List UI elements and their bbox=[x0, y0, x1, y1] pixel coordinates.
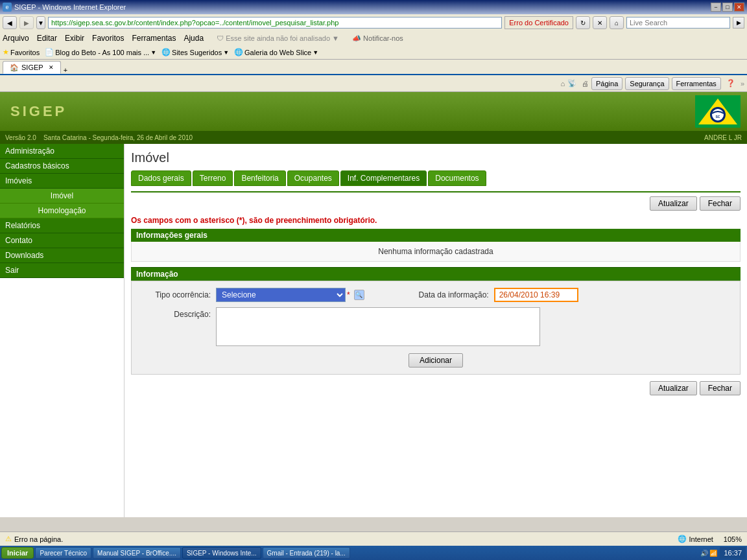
fav-sites[interactable]: 🌐 Sites Sugeridos ▼ bbox=[161, 48, 229, 56]
sidebar: Administração Cadastros básicos Imóveis … bbox=[0, 144, 124, 517]
tools-button[interactable]: Ferramentas bbox=[672, 77, 721, 90]
zone-info: 🌐 Internet bbox=[678, 535, 713, 543]
title-bar-text: SIGEP - Windows Internet Explorer bbox=[14, 3, 126, 11]
form-area: Tipo ocorrência: Selecione * 🔍 Data da i… bbox=[131, 281, 741, 375]
refresh-button[interactable]: ↻ bbox=[576, 16, 590, 29]
minimize-button[interactable]: − bbox=[711, 3, 721, 12]
data-input[interactable] bbox=[494, 288, 578, 302]
required-note: Os campos com o asterisco (*), são de pr… bbox=[131, 216, 741, 225]
taskbar-right: 🔊 📶 16:37 bbox=[700, 547, 746, 559]
favorites-bar: ★ Favoritos 📄 Blog do Beto - As 100 mais… bbox=[0, 45, 747, 60]
sidebar-item-imoveis[interactable]: Imóveis bbox=[0, 174, 124, 189]
rss-button[interactable]: 📡 bbox=[567, 79, 576, 88]
taskbar-btn-gmail[interactable]: Gmail - Entrada (219) - la... bbox=[263, 547, 350, 559]
textarea-container bbox=[216, 307, 540, 348]
page-icon: 📄 bbox=[45, 48, 54, 56]
taskbar-clock: 16:37 bbox=[720, 547, 746, 559]
tab-dados-gerais[interactable]: Dados gerais bbox=[131, 170, 191, 186]
tab-documentos[interactable]: Documentos bbox=[428, 170, 486, 186]
update-button-top[interactable]: Atualizar bbox=[650, 196, 697, 211]
address-bar: ◀ ▶ ▼ Erro do Certificado ↻ ✕ ⌂ ▶ bbox=[0, 14, 747, 31]
print-button[interactable]: 🖨 bbox=[582, 80, 589, 88]
descricao-textarea[interactable] bbox=[216, 307, 540, 346]
tab-ocupantes[interactable]: Ocupantes bbox=[287, 170, 339, 186]
sidebar-item-sair[interactable]: Sair bbox=[0, 263, 124, 278]
shield-info: 🛡 Esse site ainda não foi analisado ▼ bbox=[217, 34, 339, 42]
security-button[interactable]: Segurança bbox=[625, 77, 669, 90]
address-input[interactable] bbox=[48, 17, 502, 29]
sidebar-item-downloads[interactable]: Downloads bbox=[0, 248, 124, 263]
start-button[interactable]: Iniciar bbox=[1, 547, 34, 559]
close-button-top[interactable]: Fechar bbox=[700, 196, 741, 211]
fav-galeria[interactable]: 🌐 Galeria do Web Slice ▼ bbox=[234, 48, 318, 56]
chevron-down-icon: ▼ bbox=[150, 49, 156, 56]
tab-terreno[interactable]: Terreno bbox=[193, 170, 233, 186]
back-button[interactable]: ◀ bbox=[3, 16, 17, 29]
close-button-bottom[interactable]: Fechar bbox=[700, 381, 741, 395]
forward-button[interactable]: ▶ bbox=[19, 16, 34, 29]
cert-error-button[interactable]: Erro do Certificado bbox=[504, 16, 573, 29]
add-btn-row: Adicionar bbox=[138, 353, 733, 368]
menu-ferramentas[interactable]: Ferramentas bbox=[132, 34, 176, 43]
tab-inf-complementares[interactable]: Inf. Complementares bbox=[340, 170, 427, 186]
top-btn-row: Atualizar Fechar bbox=[131, 196, 741, 211]
ie-toolbar: ⌂ 📡 🖨 Página Segurança Ferramentas ❓ » bbox=[0, 75, 747, 92]
menu-arquivo[interactable]: Arquivo bbox=[3, 34, 29, 43]
taskbar-btn-sigep[interactable]: SIGEP - Windows Inte... bbox=[182, 547, 261, 559]
chevron-down-icon-3: ▼ bbox=[313, 49, 318, 56]
menu-ajuda[interactable]: Ajuda bbox=[184, 34, 204, 43]
tab-divider bbox=[131, 191, 741, 192]
update-button-bottom[interactable]: Atualizar bbox=[650, 381, 697, 395]
new-tab-button[interactable]: + bbox=[64, 66, 67, 74]
page-icon-3: 🌐 bbox=[234, 48, 243, 56]
taskbar: Iniciar Parecer Técnico Manual SIGEP - B… bbox=[0, 546, 747, 560]
sigep-user: ANDRE L JR bbox=[704, 134, 742, 141]
menu-exibir[interactable]: Exibir bbox=[65, 34, 84, 43]
search-go-button[interactable]: ▶ bbox=[733, 17, 744, 29]
sidebar-item-contato[interactable]: Contato bbox=[0, 233, 124, 248]
sidebar-item-relatorios[interactable]: Relatórios bbox=[0, 218, 124, 233]
section-header-informacoes: Informações gerais bbox=[131, 229, 741, 242]
sidebar-item-administracao[interactable]: Administração bbox=[0, 144, 124, 159]
zoom-control[interactable]: 105% bbox=[724, 535, 742, 543]
info-icon[interactable]: 🔍 bbox=[354, 290, 364, 300]
taskbar-btn-parecer[interactable]: Parecer Técnico bbox=[35, 547, 91, 559]
browser-tab-bar: 🏠 SIGEP ✕ + bbox=[0, 60, 747, 75]
help-button[interactable]: ❓ bbox=[726, 79, 735, 88]
more-button[interactable]: » bbox=[741, 80, 744, 88]
favorites-button[interactable]: ★ Favoritos bbox=[3, 48, 40, 56]
tab-close-icon[interactable]: ✕ bbox=[49, 64, 54, 71]
browser-icon: e bbox=[3, 3, 12, 12]
title-bar: e SIGEP - Windows Internet Explorer − □ … bbox=[0, 0, 747, 14]
menu-editar[interactable]: Editar bbox=[37, 34, 57, 43]
page-title: Imóvel bbox=[131, 150, 741, 165]
home-button[interactable]: ⌂ bbox=[610, 16, 624, 29]
form-row-descricao: Descrição: bbox=[138, 307, 733, 348]
stop-button[interactable]: ✕ bbox=[593, 16, 607, 29]
bottom-btn-row: Atualizar Fechar bbox=[131, 381, 741, 395]
notify-btn[interactable]: 📣 Notificar-nos bbox=[352, 34, 403, 43]
tab-benfeitoria[interactable]: Benfeitoria bbox=[234, 170, 285, 186]
required-star: * bbox=[347, 290, 350, 299]
menu-favoritos[interactable]: Favoritos bbox=[92, 34, 124, 43]
sc-flag: SC bbox=[695, 95, 741, 128]
sidebar-item-imovel[interactable]: Imóvel bbox=[0, 189, 124, 204]
close-button[interactable]: ✕ bbox=[734, 3, 744, 12]
taskbar-btn-manual[interactable]: Manual SIGEP - BrOffice.... bbox=[93, 547, 181, 559]
tipo-label: Tipo ocorrência: bbox=[138, 290, 216, 299]
content-tabs: Dados gerais Terreno Benfeitoria Ocupant… bbox=[131, 170, 741, 186]
search-input[interactable] bbox=[626, 17, 730, 29]
taskbar-icons: 🔊 📶 bbox=[700, 550, 718, 557]
browser-tab-sigep[interactable]: 🏠 SIGEP ✕ bbox=[3, 61, 61, 74]
section-empty-message: Nenhuma informação cadastrada bbox=[131, 242, 741, 262]
tipo-select[interactable]: Selecione bbox=[216, 288, 346, 302]
sidebar-item-homologacao[interactable]: Homologação bbox=[0, 204, 124, 218]
menu-bar: Arquivo Editar Exibir Favoritos Ferramen… bbox=[0, 31, 747, 45]
maximize-button[interactable]: □ bbox=[722, 3, 733, 12]
fav-blog[interactable]: 📄 Blog do Beto - As 100 mais ... ▼ bbox=[45, 48, 156, 56]
dropdown-button[interactable]: ▼ bbox=[36, 16, 45, 29]
add-button[interactable]: Adicionar bbox=[409, 353, 463, 368]
page-button[interactable]: Página bbox=[591, 77, 622, 90]
sidebar-item-cadastros[interactable]: Cadastros básicos bbox=[0, 159, 124, 174]
home-ie-button[interactable]: ⌂ bbox=[560, 80, 565, 88]
